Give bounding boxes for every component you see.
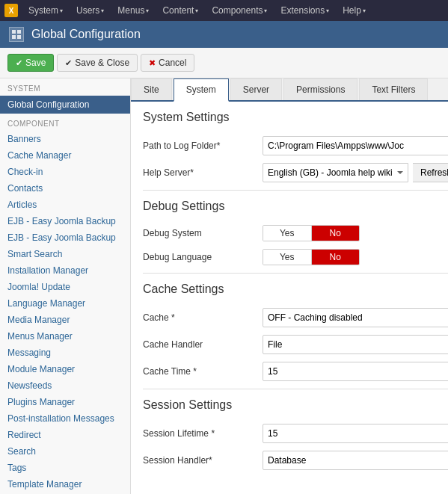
page-title: Global Configuration	[31, 28, 141, 41]
nav-help[interactable]: Help ▾	[337, 4, 372, 17]
nav-content[interactable]: Content ▾	[156, 4, 204, 17]
sidebar-item-post-installation[interactable]: Post-installation Messages	[0, 410, 130, 427]
path-to-log-folder-group: Path to Log Folder*	[143, 136, 448, 155]
debug-language-yes-button[interactable]: Yes	[263, 250, 312, 265]
sidebar-item-tags[interactable]: Tags	[0, 460, 130, 476]
top-navbar: X System ▾ Users ▾ Menus ▾ Content ▾ Com…	[0, 0, 448, 21]
nav-system[interactable]: System ▾	[22, 4, 69, 17]
title-bar: Global Configuration	[0, 21, 448, 48]
path-to-log-folder-input[interactable]	[263, 136, 448, 155]
sidebar-item-installation-manager[interactable]: Installation Manager	[0, 262, 130, 279]
sidebar-item-checkin[interactable]: Check-in	[0, 164, 130, 180]
sidebar-item-contacts[interactable]: Contacts	[0, 180, 130, 197]
joomla-logo-icon[interactable]: X	[4, 4, 18, 17]
debug-language-group: Debug Language Yes No	[143, 249, 448, 265]
sidebar-item-module-manager[interactable]: Module Manager	[0, 361, 130, 377]
sidebar-item-articles[interactable]: Articles	[0, 197, 130, 213]
save-icon: ✔	[16, 58, 22, 68]
session-handler-group: Session Handler* Database	[143, 451, 448, 470]
svg-rect-2	[12, 35, 16, 39]
sidebar-item-search[interactable]: Search	[0, 443, 130, 460]
session-handler-select[interactable]: Database	[263, 451, 448, 470]
sidebar-item-redirect[interactable]: Redirect	[0, 427, 130, 443]
svg-rect-0	[12, 30, 16, 34]
tabs-bar: Site System Server Permissions Text Filt…	[131, 78, 448, 102]
nav-menus[interactable]: Menus ▾	[111, 4, 155, 17]
chevron-down-icon: ▾	[326, 7, 329, 14]
settings-content: System Settings Path to Log Folder* Help…	[131, 102, 448, 487]
nav-components[interactable]: Components ▾	[206, 4, 273, 17]
cache-handler-select[interactable]: File	[263, 335, 448, 354]
chevron-down-icon: ▾	[195, 7, 198, 14]
cache-time-group: Cache Time *	[143, 362, 448, 381]
debug-system-yes-button[interactable]: Yes	[263, 226, 312, 241]
svg-rect-1	[17, 30, 21, 34]
cache-select[interactable]: OFF - Caching disabled	[263, 308, 448, 327]
chevron-down-icon: ▾	[264, 7, 267, 14]
save-close-button[interactable]: ✔ Save & Close	[57, 54, 138, 72]
content-area: Site System Server Permissions Text Filt…	[131, 78, 448, 494]
cache-time-label: Cache Time *	[143, 366, 263, 377]
debug-language-label: Debug Language	[143, 252, 263, 262]
debug-language-no-button[interactable]: No	[312, 250, 360, 265]
sidebar-item-newsfeeds[interactable]: Newsfeeds	[0, 377, 130, 394]
sidebar-item-template-manager[interactable]: Template Manager	[0, 476, 130, 493]
sidebar-item-ejb2[interactable]: EJB - Easy Joomla Backup	[0, 229, 130, 246]
session-lifetime-group: Session Lifetime *	[143, 424, 448, 443]
system-settings-title: System Settings	[143, 111, 448, 127]
save-button[interactable]: ✔ Save	[7, 54, 54, 72]
sidebar-active-item[interactable]: Global Configuration	[0, 96, 130, 114]
global-config-icon	[9, 27, 24, 42]
debug-system-no-button[interactable]: No	[312, 226, 360, 241]
cache-group: Cache * OFF - Caching disabled	[143, 308, 448, 327]
sidebar-item-smart-search[interactable]: Smart Search	[0, 246, 130, 262]
divider-2	[143, 273, 448, 274]
sidebar-item-media-manager[interactable]: Media Manager	[0, 312, 130, 328]
debug-language-toggle[interactable]: Yes No	[263, 249, 360, 265]
tab-server[interactable]: Server	[230, 78, 282, 100]
cache-label: Cache *	[143, 312, 263, 323]
debug-system-group: Debug System Yes No	[143, 225, 448, 241]
cache-handler-group: Cache Handler File	[143, 335, 448, 354]
help-server-label: Help Server*	[143, 167, 263, 178]
sidebar-item-joomla-update[interactable]: Joomla! Update	[0, 279, 130, 295]
debug-settings-title: Debug Settings	[143, 200, 448, 216]
session-lifetime-input[interactable]	[263, 424, 448, 443]
sidebar-item-ejb1[interactable]: EJB - Easy Joomla Backup	[0, 213, 130, 229]
divider-1	[143, 190, 448, 191]
chevron-down-icon: ▾	[60, 7, 63, 14]
session-settings-title: Session Settings	[143, 398, 448, 415]
system-section-label: SYSTEM	[0, 78, 130, 96]
cancel-button[interactable]: ✖ Cancel	[141, 54, 194, 72]
cache-time-input[interactable]	[263, 362, 448, 381]
cache-handler-label: Cache Handler	[143, 339, 263, 350]
sidebar-item-menus-manager[interactable]: Menus Manager	[0, 328, 130, 345]
tab-permissions[interactable]: Permissions	[283, 78, 358, 100]
svg-rect-3	[17, 35, 21, 39]
cancel-icon: ✖	[149, 58, 156, 68]
sidebar-item-plugins-manager[interactable]: Plugins Manager	[0, 394, 130, 410]
sidebar-item-cache-manager[interactable]: Cache Manager	[0, 147, 130, 164]
sidebar-item-language-manager[interactable]: Language Manager	[0, 295, 130, 312]
save-close-icon: ✔	[65, 58, 72, 68]
session-lifetime-label: Session Lifetime *	[143, 428, 263, 439]
refresh-button[interactable]: Refresh	[413, 163, 448, 182]
path-to-log-folder-label: Path to Log Folder*	[143, 141, 263, 151]
tab-site[interactable]: Site	[131, 78, 172, 100]
cache-settings-title: Cache Settings	[143, 282, 448, 299]
nav-extensions[interactable]: Extensions ▾	[274, 4, 335, 17]
toolbar: ✔ Save ✔ Save & Close ✖ Cancel	[0, 48, 448, 78]
help-server-select[interactable]: English (GB) - Joomla help wiki	[263, 163, 408, 182]
help-server-group: Help Server* English (GB) - Joomla help …	[143, 163, 448, 182]
component-section-label: COMPONENT	[0, 114, 130, 131]
tab-text-filters[interactable]: Text Filters	[359, 78, 428, 100]
nav-users[interactable]: Users ▾	[70, 4, 110, 17]
chevron-down-icon: ▾	[146, 7, 149, 14]
tab-system[interactable]: System	[174, 78, 229, 102]
sidebar-item-banners[interactable]: Banners	[0, 131, 130, 147]
sidebar-item-messaging[interactable]: Messaging	[0, 345, 130, 361]
chevron-down-icon: ▾	[101, 7, 104, 14]
divider-3	[143, 389, 448, 389]
debug-system-toggle[interactable]: Yes No	[263, 225, 360, 241]
main-layout: SYSTEM Global Configuration COMPONENT Ba…	[0, 78, 448, 494]
